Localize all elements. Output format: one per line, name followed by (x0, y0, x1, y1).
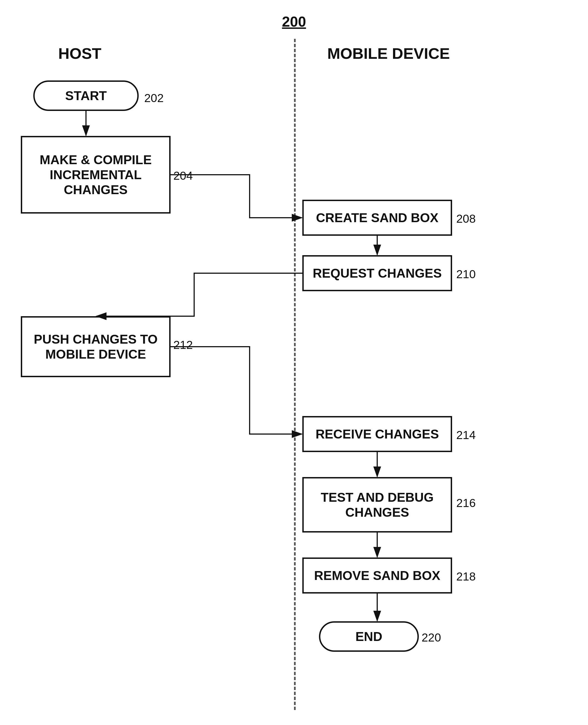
n212-ref: 212 (173, 338, 193, 352)
n214-ref: 214 (456, 428, 476, 442)
n208-node: CREATE SAND BOX (302, 200, 452, 236)
n218-ref: 218 (456, 570, 476, 583)
end-node: END (319, 621, 419, 652)
n210-ref: 210 (456, 268, 476, 281)
n212-node: PUSH CHANGES TO MOBILE DEVICE (21, 316, 171, 377)
n218-node: REMOVE SAND BOX (302, 557, 452, 594)
figure-number: 200 (282, 13, 306, 30)
mobile-column-header: MOBILE DEVICE (327, 44, 450, 62)
end-ref: 220 (422, 631, 441, 644)
start-ref: 202 (144, 91, 164, 105)
diagram-container: 200 HOST MOBILE DEVICE START 202 MAKE & … (0, 0, 588, 725)
n204-ref: 204 (173, 169, 193, 183)
n216-node: TEST AND DEBUG CHANGES (302, 477, 452, 533)
n210-node: REQUEST CHANGES (302, 255, 452, 291)
n204-node: MAKE & COMPILE INCREMENTAL CHANGES (21, 136, 171, 214)
n216-ref: 216 (456, 496, 476, 510)
start-node: START (33, 81, 139, 111)
n208-ref: 208 (456, 212, 476, 226)
column-divider (294, 39, 296, 710)
host-column-header: HOST (58, 44, 102, 62)
n214-node: RECEIVE CHANGES (302, 416, 452, 452)
